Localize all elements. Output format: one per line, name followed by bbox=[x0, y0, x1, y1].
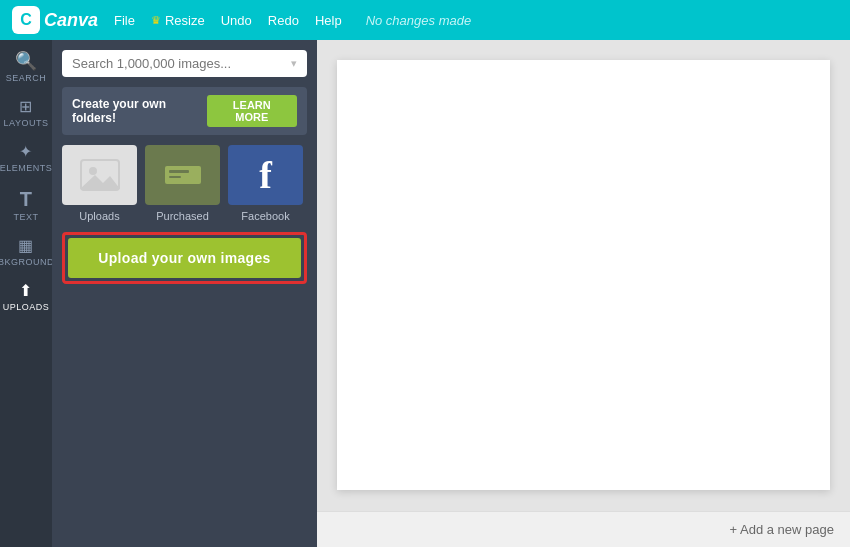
upload-own-images-button[interactable]: Upload your own images bbox=[68, 238, 301, 278]
upload-button-wrapper: Upload your own images bbox=[62, 232, 307, 284]
facebook-thumb: f bbox=[228, 145, 303, 205]
background-icon: ▦ bbox=[18, 238, 34, 254]
save-status: No changes made bbox=[366, 13, 472, 28]
file-menu[interactable]: File bbox=[114, 13, 135, 28]
elements-icon: ✦ bbox=[19, 144, 33, 160]
text-icon: T bbox=[20, 189, 33, 209]
add-page-bar[interactable]: + Add a new page bbox=[317, 511, 850, 547]
sidebar-item-layouts[interactable]: ⊞ LAYOUTS bbox=[0, 91, 52, 136]
source-item-facebook[interactable]: f Facebook bbox=[228, 145, 303, 222]
sidebar-item-text[interactable]: T TEXT bbox=[0, 181, 52, 230]
svg-point-1 bbox=[89, 167, 97, 175]
svg-marker-2 bbox=[80, 175, 120, 189]
canva-logo-icon: C bbox=[12, 6, 40, 34]
facebook-label: Facebook bbox=[241, 210, 289, 222]
uploads-thumb bbox=[62, 145, 137, 205]
uploads-thumb-icon bbox=[80, 159, 120, 191]
facebook-f-icon: f bbox=[259, 153, 272, 197]
uploads-icon: ⬆ bbox=[19, 283, 33, 299]
uploads-panel: ▾ Create your own folders! LEARN MORE Up… bbox=[52, 40, 317, 547]
folders-banner: Create your own folders! LEARN MORE bbox=[62, 87, 307, 135]
search-dropdown-arrow[interactable]: ▾ bbox=[291, 57, 297, 70]
sidebar-item-elements[interactable]: ✦ ELEMENTS bbox=[0, 136, 52, 181]
sidebar-item-background[interactable]: ▦ BKGROUND bbox=[0, 230, 52, 275]
source-item-uploads[interactable]: Uploads bbox=[62, 145, 137, 222]
search-bar-container[interactable]: ▾ bbox=[62, 50, 307, 77]
sidebar-item-search[interactable]: 🔍 SEARCH bbox=[0, 44, 52, 91]
purchased-label: Purchased bbox=[156, 210, 209, 222]
canvas-area: + Add a new page bbox=[317, 40, 850, 547]
search-input[interactable] bbox=[72, 56, 285, 71]
purchased-thumb bbox=[145, 145, 220, 205]
svg-rect-3 bbox=[165, 166, 201, 184]
resize-menu[interactable]: ♛ Resize bbox=[151, 13, 205, 28]
sidebar-item-text-label: TEXT bbox=[13, 212, 38, 222]
help-menu[interactable]: Help bbox=[315, 13, 342, 28]
main-layout: 🔍 SEARCH ⊞ LAYOUTS ✦ ELEMENTS T TEXT ▦ B… bbox=[0, 40, 850, 547]
canva-logo[interactable]: C Canva bbox=[12, 6, 98, 34]
svg-rect-4 bbox=[169, 170, 189, 173]
sidebar-item-elements-label: ELEMENTS bbox=[0, 163, 52, 173]
svg-rect-5 bbox=[169, 176, 181, 178]
layouts-icon: ⊞ bbox=[19, 99, 33, 115]
canvas-page[interactable] bbox=[337, 60, 830, 490]
sidebar-item-layouts-label: LAYOUTS bbox=[4, 118, 49, 128]
folders-banner-text: Create your own folders! bbox=[72, 97, 207, 125]
source-grid: Uploads Purchased f Facebook bbox=[62, 145, 307, 222]
canva-logo-text: Canva bbox=[44, 10, 98, 31]
sidebar-item-uploads[interactable]: ⬆ UPLOADS bbox=[0, 275, 52, 320]
redo-button[interactable]: Redo bbox=[268, 13, 299, 28]
top-navigation: C Canva File ♛ Resize Undo Redo Help No … bbox=[0, 0, 850, 40]
search-icon: 🔍 bbox=[15, 52, 38, 70]
crown-icon: ♛ bbox=[151, 14, 161, 27]
uploads-label: Uploads bbox=[79, 210, 119, 222]
undo-button[interactable]: Undo bbox=[221, 13, 252, 28]
source-item-purchased[interactable]: Purchased bbox=[145, 145, 220, 222]
sidebar-item-background-label: BKGROUND bbox=[0, 257, 54, 267]
learn-more-button[interactable]: LEARN MORE bbox=[207, 95, 297, 127]
sidebar-item-search-label: SEARCH bbox=[6, 73, 47, 83]
purchased-thumb-icon bbox=[163, 162, 203, 188]
sidebar-item-uploads-label: UPLOADS bbox=[3, 302, 50, 312]
icon-navigation: 🔍 SEARCH ⊞ LAYOUTS ✦ ELEMENTS T TEXT ▦ B… bbox=[0, 40, 52, 547]
